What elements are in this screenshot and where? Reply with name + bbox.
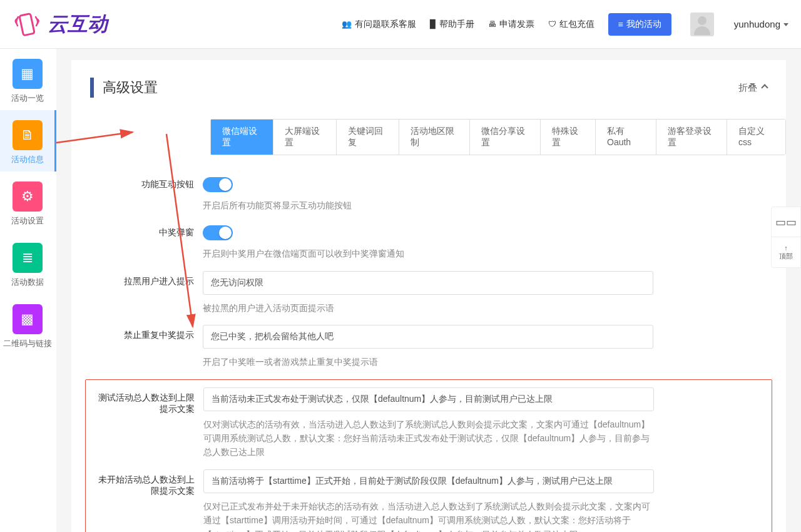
main: 高级设置 折叠 微信端设置 大屏端设置 关键词回复 活动地区限制 微信分享设置 … (56, 60, 801, 532)
arrow-up-icon: ↑ (784, 244, 788, 252)
row-prize-popup: 中奖弹窗 开启则中奖用户在微信端页面可以收到中奖弹窗通知 (71, 217, 786, 265)
tab-keyword[interactable]: 关键词回复 (337, 120, 399, 155)
sidebar: ▦ 活动一览 🗎 活动信息 ⚙ 活动设置 ≣ 活动数据 ▩ 二维码与链接 (0, 49, 56, 532)
shield-icon: 🛡 (548, 19, 556, 29)
row-not-started-limit: 未开始活动总人数达到上限提示文案 仅对已正式发布并处于未开始状态的活动有效，当活… (91, 464, 767, 532)
section-title: 高级设置 (103, 78, 738, 97)
label-prize-popup: 中奖弹窗 (90, 222, 203, 238)
input-not-started-limit[interactable] (203, 469, 654, 493)
recharge-link[interactable]: 🛡红包充值 (548, 19, 594, 30)
section-bar (90, 78, 94, 98)
label-interactive-button: 功能互动按钮 (90, 174, 203, 190)
help-test-limit: 仅对测试状态的活动有效，当活动进入总人数达到了系统测试总人数则会提示此文案，文案… (203, 417, 654, 459)
grid-icon: ▦ (13, 59, 43, 89)
tab-guest[interactable]: 游客登录设置 (656, 120, 727, 155)
my-activities-button[interactable]: ≡我的活动 (608, 13, 671, 36)
user-dropdown[interactable]: yunhudong (734, 19, 788, 29)
help-not-started-limit: 仅对已正式发布并处于未开始状态的活动有效，当活动进入总人数达到了系统测试总人数则… (203, 499, 654, 532)
header-nav: 👥有问题联系客服 ▉帮助手册 🖶申请发票 🛡红包充值 ≡我的活动 yunhudo… (342, 13, 788, 36)
label-not-started-limit: 未开始活动总人数达到上限提示文案 (91, 469, 203, 497)
svg-rect-0 (19, 13, 34, 35)
highlight-box: 测试活动总人数达到上限提示文案 仅对测试状态的活动有效，当活动进入总人数达到了系… (85, 379, 772, 532)
tab-bigscreen[interactable]: 大屏端设置 (273, 120, 336, 155)
tab-oauth[interactable]: 私有Oauth (596, 120, 656, 155)
label-blacklist: 拉黑用户进入提示 (90, 271, 203, 287)
gear-icon: ⚙ (13, 182, 43, 212)
row-blacklist: 拉黑用户进入提示 被拉黑的用户进入活动页面提示语 (71, 266, 786, 320)
sidebar-item-info[interactable]: 🗎 活动信息 (0, 110, 56, 171)
file-icon: 🗎 (13, 120, 43, 150)
input-test-limit[interactable] (203, 387, 654, 411)
float-grid-button[interactable]: ▭▭ (772, 207, 800, 237)
float-side: ▭▭ ↑顶部 (771, 207, 801, 268)
tab-wechat[interactable]: 微信端设置 (211, 120, 273, 155)
tabs: 微信端设置 大屏端设置 关键词回复 活动地区限制 微信分享设置 特殊设置 私有O… (210, 119, 786, 155)
header: 云互动 👥有问题联系客服 ▉帮助手册 🖶申请发票 🛡红包充值 ≡我的活动 yun… (0, 0, 801, 49)
list-icon: ≡ (618, 19, 623, 29)
label-test-limit: 测试活动总人数达到上限提示文案 (91, 387, 203, 415)
grid-small-icon: ▭▭ (775, 215, 797, 229)
tab-region[interactable]: 活动地区限制 (399, 120, 470, 155)
help-blacklist: 被拉黑的用户进入活动页面提示语 (203, 301, 653, 315)
collapse-button[interactable]: 折叠 (738, 82, 767, 94)
avatar[interactable] (690, 13, 714, 36)
sidebar-item-data[interactable]: ≣ 活动数据 (0, 233, 56, 294)
qr-icon: ▩ (13, 304, 43, 334)
tab-css[interactable]: 自定义css (727, 120, 785, 155)
row-no-repeat: 禁止重复中奖提示 开启了中奖唯一或者游戏禁止重复中奖提示语 (71, 320, 786, 374)
content-panel: 高级设置 折叠 微信端设置 大屏端设置 关键词回复 活动地区限制 微信分享设置 … (71, 60, 786, 532)
help-prize-popup: 开启则中奖用户在微信端页面可以收到中奖弹窗通知 (203, 247, 653, 260)
people-icon: 👥 (342, 19, 352, 29)
contact-link[interactable]: 👥有问题联系客服 (342, 19, 416, 30)
help-no-repeat: 开启了中奖唯一或者游戏禁止重复中奖提示语 (203, 355, 653, 369)
section-header: 高级设置 折叠 (71, 60, 786, 109)
input-no-repeat[interactable] (203, 325, 653, 349)
sidebar-item-settings[interactable]: ⚙ 活动设置 (0, 171, 56, 233)
help-interactive-button: 开启后所有功能页将显示互动功能按钮 (203, 198, 653, 212)
input-blacklist[interactable] (203, 271, 653, 295)
print-icon: 🖶 (488, 19, 496, 29)
sidebar-item-overview[interactable]: ▦ 活动一览 (0, 49, 56, 110)
tab-share[interactable]: 微信分享设置 (470, 120, 541, 155)
database-icon: ≣ (13, 243, 43, 273)
row-interactive-button: 功能互动按钮 开启后所有功能页将显示互动功能按钮 (71, 169, 786, 217)
help-link[interactable]: ▉帮助手册 (430, 19, 474, 30)
sidebar-item-qr[interactable]: ▩ 二维码与链接 (0, 294, 56, 356)
float-top-button[interactable]: ↑顶部 (772, 237, 800, 267)
row-test-limit: 测试活动总人数达到上限提示文案 仅对测试状态的活动有效，当活动进入总人数达到了系… (91, 382, 767, 464)
toggle-interactive-button[interactable] (203, 177, 233, 192)
invoice-link[interactable]: 🖶申请发票 (488, 19, 534, 30)
tab-special[interactable]: 特殊设置 (541, 120, 596, 155)
book-icon: ▉ (430, 19, 436, 29)
toggle-prize-popup[interactable] (203, 225, 233, 240)
label-no-repeat: 禁止重复中奖提示 (90, 325, 203, 341)
logo-text: 云互动 (48, 11, 108, 38)
logo-icon (13, 9, 43, 39)
logo[interactable]: 云互动 (13, 9, 108, 39)
